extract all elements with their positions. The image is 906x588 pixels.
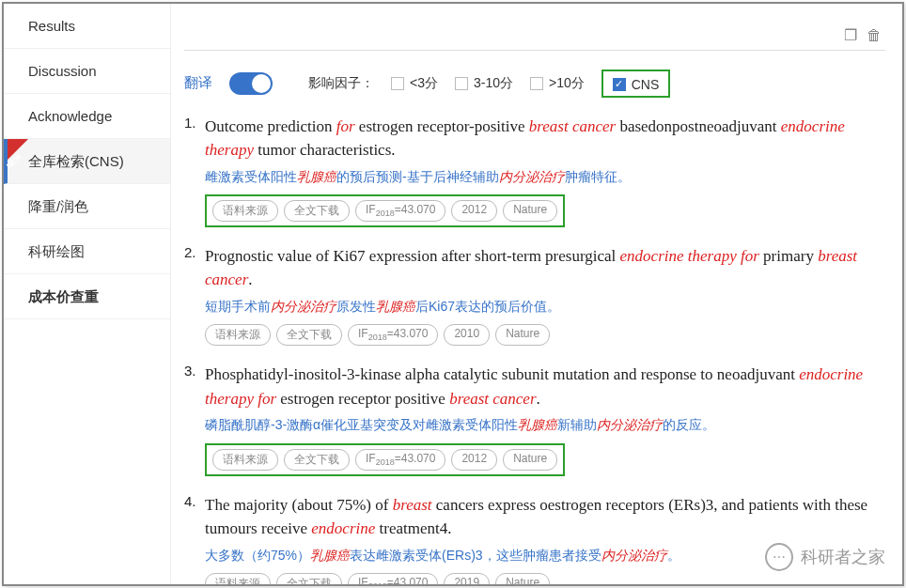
- sidebar-item-5[interactable]: 科研绘图: [4, 229, 170, 274]
- result-2: 2.Prognostic value of Ki67 expression af…: [184, 244, 885, 346]
- sidebar-item-4[interactable]: 降重/润色: [4, 184, 170, 229]
- result-translation: 磷脂酰肌醇-3-激酶α催化亚基突变及对雌激素受体阳性乳腺癌新辅助内分泌治疗的反应…: [205, 414, 885, 435]
- journal-chip[interactable]: Nature: [503, 449, 557, 471]
- download-chip[interactable]: 全文下载: [276, 573, 342, 584]
- year-chip[interactable]: 2019: [444, 573, 490, 584]
- result-title[interactable]: The majority (about 75%) of breast cance…: [205, 493, 885, 541]
- filter-cns[interactable]: CNS: [613, 77, 660, 92]
- watermark: ⋯ 科研者之家: [765, 543, 885, 571]
- download-chip[interactable]: 全文下载: [284, 449, 350, 471]
- filter-gt10[interactable]: >10分: [530, 75, 585, 92]
- year-chip[interactable]: 2012: [451, 200, 497, 222]
- impact-label: 影响因子：: [308, 75, 374, 92]
- result-1: 1.Outcome prediction for estrogen recept…: [184, 115, 885, 227]
- result-number: 4.: [184, 493, 205, 584]
- result-tags: 语料来源全文下载IF2018=43.0702019Nature: [205, 573, 885, 584]
- sidebar: ResultsDiscussionAcknowledge全库检索(CNS)NEW…: [4, 4, 171, 584]
- result-tags: 语料来源全文下载IF2018=43.0702010Nature: [205, 324, 885, 346]
- translate-toggle[interactable]: [229, 72, 273, 95]
- copy-icon[interactable]: ❐: [844, 27, 857, 43]
- journal-chip[interactable]: Nature: [495, 573, 550, 584]
- result-number: 3.: [184, 363, 205, 475]
- sidebar-item-0[interactable]: Results: [4, 4, 170, 49]
- download-chip[interactable]: 全文下载: [276, 324, 342, 346]
- journal-chip[interactable]: Nature: [503, 200, 557, 222]
- source-chip[interactable]: 语料来源: [205, 324, 271, 346]
- sidebar-item-6[interactable]: 成本价查重: [4, 274, 170, 319]
- filter-lt3[interactable]: <3分: [391, 75, 438, 92]
- source-chip[interactable]: 语料来源: [212, 449, 278, 471]
- result-number: 2.: [184, 244, 205, 346]
- result-title[interactable]: Phosphatidyl-inositol-3-kinase alpha cat…: [205, 363, 885, 410]
- trash-icon[interactable]: 🗑: [867, 27, 882, 43]
- year-chip[interactable]: 2012: [451, 449, 497, 471]
- filter-bar: 翻译 影响因子： <3分 3-10分 >10分 CNS: [184, 64, 885, 115]
- result-title[interactable]: Prognostic value of Ki67 expression afte…: [205, 244, 885, 292]
- new-badge: NEW: [8, 139, 28, 160]
- if-chip[interactable]: IF2018=43.070: [348, 573, 438, 584]
- download-chip[interactable]: 全文下载: [284, 200, 350, 222]
- result-tags: 语料来源全文下载IF2018=43.0702012Nature: [205, 194, 565, 227]
- wechat-icon: ⋯: [765, 543, 793, 571]
- source-chip[interactable]: 语料来源: [205, 573, 271, 584]
- result-title[interactable]: Outcome prediction for estrogen receptor…: [205, 115, 885, 162]
- source-chip[interactable]: 语料来源: [212, 200, 278, 222]
- result-translation: 短期手术前内分泌治疗原发性乳腺癌后Ki67表达的预后价值。: [205, 296, 885, 317]
- filter-3-10[interactable]: 3-10分: [455, 75, 513, 92]
- sidebar-item-3[interactable]: 全库检索(CNS)NEW: [4, 139, 170, 184]
- result-translation: 雌激素受体阳性乳腺癌的预后预测-基于后神经辅助内分泌治疗肿瘤特征。: [205, 166, 885, 187]
- result-number: 1.: [184, 115, 205, 227]
- result-3: 3.Phosphatidyl-inositol-3-kinase alpha c…: [184, 363, 885, 475]
- year-chip[interactable]: 2010: [444, 324, 490, 346]
- main-panel: ❐ 🗑 翻译 影响因子： <3分 3-10分 >10分 CNS 1.Outcom…: [171, 4, 902, 584]
- result-tags: 语料来源全文下载IF2018=43.0702012Nature: [205, 443, 565, 476]
- if-chip[interactable]: IF2018=43.070: [348, 324, 438, 346]
- if-chip[interactable]: IF2018=43.070: [355, 200, 445, 222]
- results-list: 1.Outcome prediction for estrogen recept…: [184, 115, 885, 585]
- translate-label: 翻译: [184, 74, 212, 92]
- sidebar-item-1[interactable]: Discussion: [4, 49, 170, 94]
- sidebar-item-2[interactable]: Acknowledge: [4, 94, 170, 139]
- top-divider: ❐ 🗑: [184, 4, 885, 51]
- journal-chip[interactable]: Nature: [495, 324, 550, 346]
- if-chip[interactable]: IF2018=43.070: [355, 449, 445, 471]
